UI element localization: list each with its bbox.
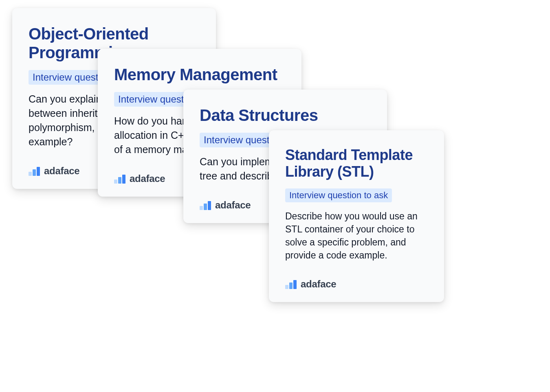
card-question: Describe how you would use an STL contai… [285,210,428,262]
brand-name: adaface [215,199,251,211]
interview-card-stl: Standard Template Library (STL) Intervie… [269,130,444,302]
brand-bars-icon [285,279,297,289]
brand-name: adaface [130,173,165,184]
card-title: Memory Management [114,65,285,84]
brand-name: adaface [44,165,79,177]
brand-bars-icon [200,200,211,210]
brand-bars-icon [29,166,40,176]
card-title: Standard Template Library (STL) [285,147,428,180]
brand-logo: adaface [285,278,428,290]
card-title: Data Structures [200,106,371,125]
brand-name: adaface [301,278,336,290]
subtitle-badge: Interview question to ask [285,188,392,202]
brand-bars-icon [114,174,125,184]
